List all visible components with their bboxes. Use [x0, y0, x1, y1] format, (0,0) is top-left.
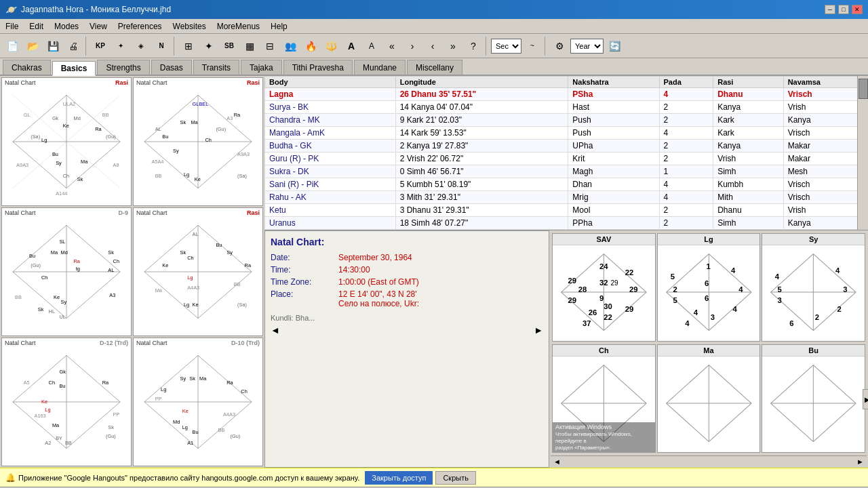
- close-access-button[interactable]: Закрыть доступ: [365, 471, 433, 485]
- svg-text:Lg: Lg: [184, 171, 189, 178]
- chart3-svg: SL Ma Md Bu (Gu) Ra tg Ch Sk Ch AL Ke Sy…: [2, 208, 131, 336]
- chart-btn6[interactable]: ⊟: [260, 37, 279, 56]
- tab-chakras[interactable]: Chakras: [3, 60, 51, 75]
- svg-text:Sk: Sk: [189, 375, 195, 382]
- cell-pada: 2: [659, 101, 713, 114]
- table-row: Lagna 26 Dhanu 35' 57.51" PSha 4 Dhanu V…: [265, 88, 868, 101]
- sav-scroll-right[interactable]: ▶: [863, 389, 868, 409]
- svg-text:(Gu): (Gu): [31, 262, 41, 268]
- sav-chart: SAV 24 22 29 32 29: [552, 233, 656, 342]
- svg-text:Sy: Sy: [226, 249, 233, 256]
- svg-line-192: [709, 365, 751, 403]
- prev-prev[interactable]: «: [382, 37, 401, 56]
- time-label: Time:: [271, 265, 338, 274]
- svg-text:2: 2: [837, 305, 842, 313]
- grid-button[interactable]: ⊞: [179, 37, 198, 56]
- cell-pada: 4: [659, 191, 713, 204]
- menu-view[interactable]: View: [84, 19, 113, 33]
- cell-body: Chandra - MK: [265, 114, 396, 127]
- chart1-svg: Ke Gk Md Lg (Sa) Bu Sy Ra (Gu) Ma Ch Sk …: [2, 78, 131, 205]
- sav-next[interactable]: ►: [856, 458, 864, 466]
- tab-dasas[interactable]: Dasas: [151, 60, 192, 75]
- text-button-a2[interactable]: A: [362, 37, 381, 56]
- svg-line-72: [198, 225, 252, 272]
- cell-nakshatra: PSha: [568, 88, 659, 101]
- svg-text:PP: PP: [155, 396, 162, 402]
- astro-table[interactable]: Body Longitude Nakshatra Pada Rasi Navam…: [264, 76, 868, 230]
- chart-button2[interactable]: ✦: [111, 37, 130, 56]
- help-button[interactable]: ?: [464, 37, 483, 56]
- svg-text:29: 29: [568, 296, 577, 304]
- tab-tithi[interactable]: Tithi Pravesha: [283, 60, 353, 75]
- tab-miscellany[interactable]: Miscellany: [407, 60, 462, 75]
- scrollbar-thumb[interactable]: [859, 79, 868, 99]
- menu-moremenus[interactable]: MoreMenus: [212, 19, 265, 33]
- fire-button[interactable]: 🔥: [301, 37, 320, 56]
- menu-websites[interactable]: Websites: [167, 19, 212, 33]
- chart-btn7[interactable]: 🔱: [321, 37, 340, 56]
- close-button[interactable]: ✕: [852, 5, 863, 14]
- ayanamsa-button[interactable]: ~: [523, 37, 542, 56]
- sb-button[interactable]: SB: [220, 37, 239, 56]
- text-button-a[interactable]: A: [342, 37, 361, 56]
- sav-prev[interactable]: ◄: [553, 458, 561, 466]
- chart-button4[interactable]: N: [152, 37, 171, 56]
- next-next[interactable]: »: [443, 37, 462, 56]
- star-button[interactable]: ✦: [199, 37, 218, 56]
- tab-transits[interactable]: Transits: [193, 60, 239, 75]
- table-row: Surya - BK 14 Kanya 04' 07.04" Hast 2 Ka…: [265, 101, 868, 114]
- svg-text:Sy: Sy: [61, 300, 67, 306]
- menu-edit[interactable]: Edit: [24, 19, 49, 33]
- svg-text:SL: SL: [59, 239, 65, 245]
- cell-nakshatra: Krit: [568, 152, 659, 165]
- scroll-left[interactable]: ◄: [271, 325, 280, 336]
- svg-line-75: [144, 225, 198, 272]
- cell-body: Budha - GK: [265, 140, 396, 152]
- chart6-d10: D-10 (Trd): [231, 340, 260, 346]
- table-scrollbar[interactable]: [857, 76, 868, 230]
- svg-text:Sk: Sk: [108, 249, 114, 256]
- svg-text:(Sa): (Sa): [237, 173, 247, 179]
- open-button[interactable]: 📂: [23, 37, 42, 56]
- next[interactable]: ‹: [423, 37, 442, 56]
- settings-button[interactable]: ⚙: [550, 37, 569, 56]
- new-button[interactable]: 📄: [3, 37, 22, 56]
- scroll-right[interactable]: ►: [534, 325, 543, 336]
- chart-button1[interactable]: KP: [91, 37, 110, 56]
- tab-strengths[interactable]: Strengths: [97, 60, 149, 75]
- chart-btn5[interactable]: ▦: [240, 37, 259, 56]
- menu-file[interactable]: File: [0, 19, 24, 33]
- svg-text:26: 26: [589, 308, 597, 317]
- export-button[interactable]: 🔄: [605, 37, 624, 56]
- year-dropdown[interactable]: Year: [570, 39, 604, 54]
- people-button[interactable]: 👥: [281, 37, 300, 56]
- tab-tajaka[interactable]: Tajaka: [241, 60, 282, 75]
- table-row: Sani (R) - PiK 5 Kumbh 51' 08.19" Dhan 4…: [265, 178, 868, 191]
- ma-svg: [658, 357, 760, 450]
- prev[interactable]: ›: [403, 37, 422, 56]
- svg-text:Lg: Lg: [161, 386, 166, 392]
- maximize-button[interactable]: □: [838, 5, 849, 14]
- tab-mundane[interactable]: Mundane: [354, 60, 406, 75]
- chart-button3[interactable]: ◈: [132, 37, 151, 56]
- menu-modes[interactable]: Modes: [49, 19, 84, 33]
- sec-dropdown[interactable]: Sec: [491, 39, 521, 54]
- svg-text:Sk: Sk: [180, 119, 186, 125]
- cell-navamsa: Vrish: [783, 204, 867, 217]
- hide-button[interactable]: Скрыть: [435, 471, 476, 485]
- menu-help[interactable]: Help: [265, 19, 293, 33]
- svg-text:A4A3: A4A3: [223, 411, 235, 418]
- minimize-button[interactable]: ─: [825, 5, 835, 14]
- separator-3: [486, 37, 488, 56]
- svg-text:Ch: Ch: [49, 380, 55, 386]
- menu-preferences[interactable]: Preferences: [113, 19, 167, 33]
- tab-basics[interactable]: Basics: [52, 61, 96, 76]
- svg-text:Ma: Ma: [51, 249, 58, 256]
- cell-navamsa: Mesh: [783, 165, 867, 178]
- table-row: Ketu 3 Dhanu 31' 29.31" Mool 2 Dhanu Vri…: [265, 204, 868, 217]
- save-button[interactable]: 💾: [43, 37, 62, 56]
- chart6-title: Natal Chart: [136, 340, 167, 346]
- print-button[interactable]: 🖨: [64, 37, 83, 56]
- cell-rasi: Kumbh: [713, 178, 783, 191]
- svg-text:2: 2: [815, 313, 819, 321]
